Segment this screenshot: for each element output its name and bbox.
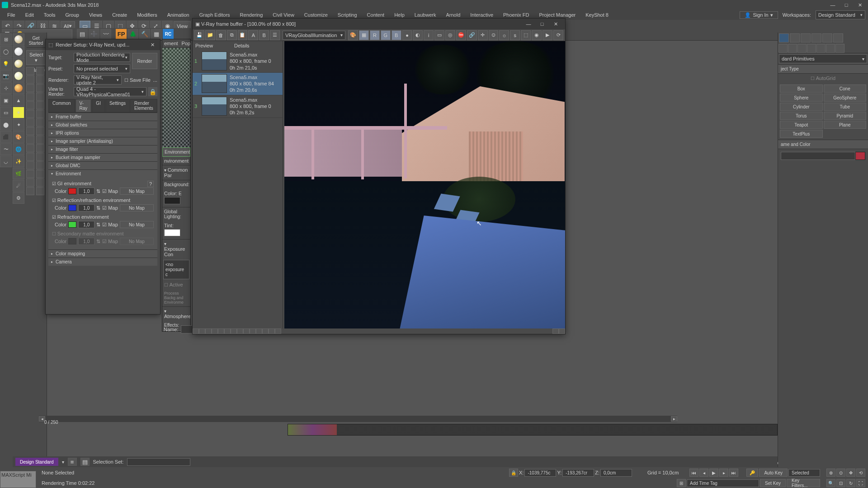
- target-dropdown[interactable]: Production Rendering Mode: [74, 53, 130, 62]
- vfb-close[interactable]: ✕: [549, 19, 562, 29]
- refl-env-check[interactable]: ☑ Reflection/refraction environment: [52, 197, 154, 203]
- vfb-region-icon[interactable]: ▭: [434, 30, 444, 40]
- gi-map-button[interactable]: No Map: [120, 188, 154, 195]
- selection-set-dropdown[interactable]: [127, 458, 190, 466]
- display-icon-2[interactable]: [36, 75, 44, 84]
- save-file-checkbox[interactable]: ☐ Save File: [123, 77, 151, 83]
- refr-mult-spinner[interactable]: 1,0: [78, 221, 94, 228]
- mat-2[interactable]: [13, 46, 24, 57]
- display-icon-1[interactable]: [36, 67, 44, 75]
- goto-start[interactable]: ⏮: [689, 469, 698, 477]
- nav-5[interactable]: 🔍: [826, 479, 835, 487]
- prim-geosphere[interactable]: GeoSphere: [824, 94, 867, 102]
- rollout-global-switches[interactable]: Global switches: [48, 121, 157, 129]
- hierarchy-tab[interactable]: [801, 33, 811, 42]
- misc-tool[interactable]: ⚙: [13, 192, 24, 204]
- design-std-button[interactable]: Design Standard: [15, 458, 58, 466]
- vfb-b-icon[interactable]: B: [259, 30, 269, 40]
- mat-3[interactable]: [13, 58, 24, 70]
- filter-bone-icon[interactable]: [26, 118, 34, 127]
- tab-common[interactable]: Common: [48, 99, 75, 112]
- rollout-frame-buffer[interactable]: Frame buffer: [48, 113, 157, 121]
- vfb-channel-dropdown[interactable]: VRayGlobalIllumination: [283, 31, 345, 40]
- sign-in-button[interactable]: 👤 Sign In ▾: [740, 11, 778, 19]
- grid-tool-button[interactable]: ▦: [151, 29, 162, 40]
- create-tab[interactable]: [779, 33, 789, 42]
- refr-color-swatch[interactable]: [68, 221, 76, 228]
- display-icon-11[interactable]: [36, 153, 44, 161]
- vfb-bot-6[interactable]: [224, 328, 231, 334]
- refr-env-check[interactable]: ☑ Refraction environment: [52, 214, 154, 220]
- rollout-environment[interactable]: Environment: [48, 170, 157, 178]
- category-dropdown[interactable]: dard Primitives: [779, 54, 867, 63]
- display-icon-5[interactable]: [36, 101, 44, 109]
- mat-6[interactable]: ▲: [13, 94, 24, 106]
- exposure-dropdown[interactable]: <no exposure c: [163, 260, 189, 279]
- history-item-1[interactable]: 1Scena5.max800 x 800, frame 00h 2m 21,0s: [193, 50, 283, 73]
- vfb-bot-9[interactable]: [243, 328, 250, 334]
- refl-color-swatch[interactable]: [68, 205, 76, 211]
- menu-group[interactable]: Group: [61, 11, 84, 19]
- restore-button[interactable]: □: [840, 1, 853, 9]
- tint-swatch[interactable]: [164, 229, 180, 236]
- gi-map-check[interactable]: ☑ Map: [102, 188, 118, 194]
- vfb-pick-icon[interactable]: ✛: [478, 30, 488, 40]
- frame-scrollbar[interactable]: ◂ 0 / 250 ▸: [39, 416, 677, 422]
- tree-tool-button[interactable]: 🌲: [127, 29, 138, 40]
- display-icon-8[interactable]: [36, 127, 44, 135]
- vfb-bot-13[interactable]: [269, 328, 275, 334]
- vfb-bot-3[interactable]: [205, 328, 212, 334]
- tab-vray[interactable]: V-Ray: [75, 99, 92, 112]
- x-field[interactable]: -1039,775c: [524, 469, 556, 477]
- gi-env-check[interactable]: ☑ GI environment?: [52, 181, 154, 186]
- cylinder-tool[interactable]: ⬛: [0, 131, 12, 143]
- name-color-header[interactable]: ame and Color: [778, 140, 868, 149]
- refl-map-check[interactable]: ☑ Map: [102, 205, 118, 211]
- prev-frame[interactable]: ◂: [699, 469, 708, 477]
- filter-frozen-icon[interactable]: [26, 153, 34, 161]
- tab-settings[interactable]: Settings: [105, 99, 130, 112]
- filter-invert-icon[interactable]: [26, 187, 34, 195]
- vfb-bot-12[interactable]: [262, 328, 269, 334]
- mat-1[interactable]: [13, 33, 24, 45]
- refl-mult-spinner[interactable]: 1,0: [78, 204, 94, 211]
- vfb-swatch-icon[interactable]: 🎨: [348, 30, 358, 40]
- display-icon-12[interactable]: [36, 161, 44, 169]
- paint-tool[interactable]: 🎨: [13, 131, 24, 143]
- box-tool[interactable]: ▣: [0, 94, 12, 106]
- shapes-icon[interactable]: [788, 44, 797, 53]
- env-subtab-env[interactable]: nvironment: [162, 157, 190, 165]
- env-tab-partial[interactable]: ement: [162, 39, 180, 47]
- menu-laubwerk[interactable]: Laubwerk: [410, 11, 441, 19]
- vfb-clear-icon[interactable]: 🗑: [216, 30, 226, 40]
- vfb-bot-5[interactable]: [218, 328, 224, 334]
- vfb-render-icon[interactable]: ▶: [542, 30, 552, 40]
- save-file-browse[interactable]: ...: [153, 77, 157, 83]
- menu-content[interactable]: Content: [363, 11, 389, 19]
- grass-tool[interactable]: 🌿: [13, 168, 24, 179]
- prim-teapot[interactable]: Teapot: [780, 121, 823, 129]
- menu-create[interactable]: Create: [108, 11, 132, 19]
- filter-camera-icon[interactable]: [26, 93, 34, 101]
- isolate-button[interactable]: ⊞: [677, 479, 686, 487]
- snap-toggle[interactable]: ⊞: [0, 33, 12, 45]
- vfb-bch-icon[interactable]: B: [392, 30, 401, 40]
- vfb-bot-1[interactable]: [193, 328, 199, 334]
- menu-animation[interactable]: Animation: [163, 11, 194, 19]
- display-icon-3[interactable]: [36, 84, 44, 92]
- vfb-dup-icon[interactable]: ⧉: [227, 30, 237, 40]
- preset-dropdown[interactable]: No preset selected: [74, 64, 130, 73]
- prim-tube[interactable]: Tube: [824, 103, 867, 111]
- env-tool[interactable]: 🌐: [13, 143, 24, 155]
- env-subtab-effects[interactable]: Effe: [190, 157, 191, 165]
- maxscript-listener[interactable]: MAXScript Mi: [0, 471, 36, 488]
- spacewarps-icon[interactable]: [826, 44, 835, 53]
- fx-tool[interactable]: ✨: [13, 155, 24, 167]
- particle-tool-icon[interactable]: ☄: [13, 180, 24, 192]
- filter-helper-icon[interactable]: [26, 101, 34, 109]
- add-time-tag[interactable]: Add Time Tag: [687, 479, 759, 487]
- vfb-link-icon[interactable]: 🔗: [467, 30, 477, 40]
- helper-tool[interactable]: ⊹: [0, 82, 12, 94]
- vfb-cc-icon[interactable]: ☼: [499, 30, 509, 40]
- object-name-input[interactable]: [781, 152, 855, 160]
